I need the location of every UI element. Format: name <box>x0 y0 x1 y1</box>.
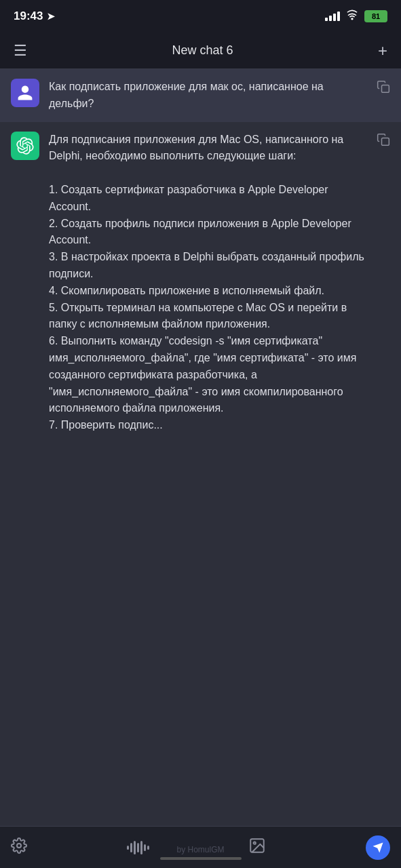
copy-ai-message-button[interactable] <box>377 133 390 150</box>
audio-input-icon[interactable] <box>127 841 149 854</box>
svg-rect-1 <box>382 138 389 145</box>
settings-icon[interactable] <box>11 837 27 858</box>
copy-user-message-button[interactable] <box>377 80 390 97</box>
user-message-row: Как подписать приложение для мак ос, нап… <box>0 69 401 122</box>
signal-icon <box>325 12 340 21</box>
image-input-icon[interactable] <box>248 837 266 859</box>
ai-avatar <box>11 132 39 160</box>
status-time: 19:43 ➤ <box>14 9 55 23</box>
svg-point-4 <box>254 842 256 844</box>
messages-container: Как подписать приложение для мак ос, нап… <box>0 69 401 491</box>
ai-message-actions <box>377 132 390 150</box>
location-icon: ➤ <box>47 11 55 22</box>
status-icons: 81 <box>325 9 387 23</box>
nav-bar: ☰ New chat 6 + <box>0 33 401 69</box>
send-button[interactable] <box>366 835 390 860</box>
user-message-text: Как подписать приложение для мак ос, нап… <box>49 79 367 113</box>
menu-icon[interactable]: ☰ <box>14 42 27 60</box>
user-avatar <box>11 79 39 107</box>
svg-point-2 <box>17 844 21 848</box>
input-bar <box>0 826 401 868</box>
status-bar: 19:43 ➤ 81 <box>0 0 401 33</box>
new-chat-button[interactable]: + <box>378 41 387 60</box>
battery-icon: 81 <box>364 10 387 22</box>
svg-rect-0 <box>382 85 389 93</box>
user-message-actions <box>377 79 390 97</box>
nav-title: New chat 6 <box>172 43 233 58</box>
ai-message-row: Для подписания приложения для Mac OS, на… <box>0 122 401 443</box>
ai-message-text: Для подписания приложения для Mac OS, на… <box>49 132 367 434</box>
wifi-icon <box>345 9 359 23</box>
